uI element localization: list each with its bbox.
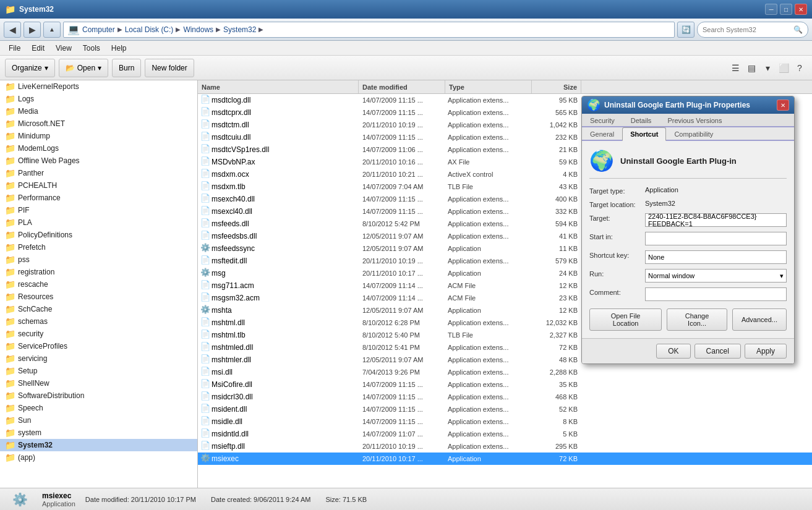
sidebar-item-shellnew[interactable]: 📁ShellNew bbox=[0, 377, 197, 389]
refresh-button[interactable]: 🔄 bbox=[677, 22, 694, 38]
tab-security[interactable]: Security bbox=[582, 114, 623, 127]
sidebar-item-performance[interactable]: 📁Performance bbox=[0, 192, 197, 204]
table-row[interactable]: 📄msi.dll7/04/2013 9:26 PMApplication ext… bbox=[198, 366, 812, 378]
folder-icon: 📁 bbox=[5, 181, 15, 190]
view-details-button[interactable]: ▤ bbox=[744, 61, 759, 75]
input-shortcut-key[interactable]: None bbox=[645, 250, 787, 264]
sidebar-item-pchealth[interactable]: 📁PCHEALTH bbox=[0, 179, 197, 192]
sidebar-item-pss[interactable]: 📁pss bbox=[0, 253, 197, 266]
sidebar-item-app[interactable]: 📁(app) bbox=[0, 451, 197, 464]
search-input[interactable] bbox=[703, 26, 791, 33]
address-path[interactable]: 💻 Computer ▶ Local Disk (C:) ▶ Windows ▶… bbox=[63, 22, 675, 38]
sidebar-item-schemas[interactable]: 📁schemas bbox=[0, 315, 197, 328]
menu-tools[interactable]: Tools bbox=[78, 42, 105, 54]
sidebar-item-security[interactable]: 📁security bbox=[0, 328, 197, 340]
menu-edit[interactable]: Edit bbox=[27, 42, 49, 54]
sidebar-item-prefetch[interactable]: 📁Prefetch bbox=[0, 241, 197, 253]
open-button[interactable]: 📂 Open ▾ bbox=[59, 59, 108, 77]
advanced-button[interactable]: Advanced... bbox=[732, 308, 787, 331]
tab-details[interactable]: Details bbox=[623, 114, 660, 127]
new-folder-button[interactable]: New folder bbox=[145, 59, 194, 77]
sidebar-item-softwaredistribution[interactable]: 📁SoftwareDistribution bbox=[0, 389, 197, 402]
sidebar-item-modemlogs[interactable]: 📁ModemLogs bbox=[0, 142, 197, 155]
sidebar-item-policydefinitions[interactable]: 📁PolicyDefinitions bbox=[0, 229, 197, 241]
sidebar-item-registration[interactable]: 📁registration bbox=[0, 266, 197, 278]
sidebar-item-resources[interactable]: 📁Resources bbox=[0, 291, 197, 303]
select-run[interactable]: Normal window ▾ bbox=[645, 269, 787, 283]
sidebar-item-microsoft-net[interactable]: 📁Microsoft.NET bbox=[0, 117, 197, 130]
sidebar-item-sun[interactable]: 📁Sun bbox=[0, 414, 197, 427]
sidebar-item-pla[interactable]: 📁PLA bbox=[0, 216, 197, 229]
sidebar-item-system32[interactable]: 📁System32 bbox=[0, 439, 197, 451]
sidebar-item-serviceprofiles[interactable]: 📁ServiceProfiles bbox=[0, 340, 197, 352]
table-row[interactable]: 📄msidle.dll14/07/2009 11:15 ...Applicati… bbox=[198, 415, 812, 428]
apply-button[interactable]: Apply bbox=[745, 344, 787, 359]
table-row[interactable]: 📄MsiCofire.dll14/07/2009 11:15 ...Applic… bbox=[198, 378, 812, 391]
view-list-button[interactable]: ☰ bbox=[728, 61, 743, 75]
sidebar-item-offline-web-pages[interactable]: 📁Offline Web Pages bbox=[0, 155, 197, 167]
file-type-icon: 📄 bbox=[200, 193, 212, 205]
view-chevron-icon[interactable]: ▾ bbox=[760, 61, 775, 75]
ok-button[interactable]: OK bbox=[656, 344, 690, 359]
sidebar-item-minidump[interactable]: 📁Minidump bbox=[0, 130, 197, 142]
input-start-in[interactable] bbox=[645, 232, 787, 245]
file-type-icon: 📄 bbox=[200, 144, 212, 155]
sidebar-item-speech[interactable]: 📁Speech bbox=[0, 402, 197, 414]
back-button[interactable]: ◀ bbox=[4, 22, 21, 38]
sidebar-label: Offline Web Pages bbox=[18, 156, 80, 165]
view-help-button[interactable]: ? bbox=[792, 61, 807, 75]
sidebar-item-servicing[interactable]: 📁servicing bbox=[0, 352, 197, 365]
maximize-button[interactable]: □ bbox=[780, 4, 792, 15]
sidebar-item-livekernelreports[interactable]: 📁LiveKernelReports bbox=[0, 80, 197, 93]
sidebar-item-system[interactable]: 📁system bbox=[0, 427, 197, 439]
menu-file[interactable]: File bbox=[4, 42, 25, 54]
dialog-close-button[interactable]: ✕ bbox=[777, 100, 789, 111]
sidebar-item-rescache[interactable]: 📁rescache bbox=[0, 278, 197, 291]
change-icon-button[interactable]: Change Icon... bbox=[667, 308, 727, 331]
menu-view[interactable]: View bbox=[51, 42, 77, 54]
table-row[interactable]: 📄msidntld.dll14/07/2009 11:07 ...Applica… bbox=[198, 428, 812, 440]
tab-compatibility[interactable]: Compatibility bbox=[666, 127, 721, 141]
path-system32[interactable]: System32 bbox=[223, 25, 256, 34]
col-header-size[interactable]: Size bbox=[532, 80, 581, 93]
path-sep-4: ▶ bbox=[259, 26, 263, 33]
sidebar-item-media[interactable]: 📁Media bbox=[0, 105, 197, 117]
path-windows[interactable]: Windows bbox=[183, 25, 213, 34]
sidebar-item-pif[interactable]: 📁PIF bbox=[0, 204, 197, 216]
sidebar-label: PIF bbox=[18, 206, 30, 215]
input-target[interactable]: 2240-11E2-BC84-B8AC6F98CCE3} FEEDBACK=1 bbox=[645, 213, 787, 227]
cancel-button[interactable]: Cancel bbox=[694, 344, 741, 359]
table-row[interactable]: ⚙️msiexec20/11/2010 10:17 ...Application… bbox=[198, 453, 812, 465]
organize-button[interactable]: Organize ▾ bbox=[5, 59, 55, 77]
search-box[interactable]: 🔍 bbox=[697, 22, 808, 38]
col-header-name[interactable]: Name bbox=[198, 80, 359, 93]
tab-shortcut[interactable]: Shortcut bbox=[622, 127, 666, 141]
path-computer[interactable]: Computer bbox=[82, 25, 115, 34]
forward-button[interactable]: ▶ bbox=[24, 22, 41, 38]
status-size: Size: 71.5 KB bbox=[325, 496, 367, 503]
input-comment[interactable] bbox=[645, 287, 787, 301]
file-size: 35 KB bbox=[532, 381, 581, 388]
up-button[interactable]: ▲ bbox=[43, 22, 61, 38]
sidebar-item-schcache[interactable]: 📁SchCache bbox=[0, 303, 197, 315]
field-start-in: Start in: bbox=[589, 232, 787, 245]
col-header-type[interactable]: Type bbox=[445, 80, 532, 93]
burn-button[interactable]: Burn bbox=[112, 59, 141, 77]
table-row[interactable]: 📄msieftp.dll20/11/2010 10:19 ...Applicat… bbox=[198, 440, 812, 453]
menu-help[interactable]: Help bbox=[106, 42, 132, 54]
sidebar-item-panther[interactable]: 📁Panther bbox=[0, 167, 197, 179]
minimize-button[interactable]: ─ bbox=[765, 4, 777, 15]
tab-general[interactable]: General bbox=[582, 127, 622, 141]
tab-previous-versions[interactable]: Previous Versions bbox=[659, 114, 730, 127]
table-row[interactable]: 📄msident.dll14/07/2009 11:15 ...Applicat… bbox=[198, 403, 812, 415]
file-name: msfeeds.dll bbox=[212, 219, 359, 228]
table-row[interactable]: 📄msidcrl30.dll14/07/2009 11:15 ...Applic… bbox=[198, 391, 812, 403]
close-button[interactable]: ✕ bbox=[795, 4, 807, 15]
path-localdisk[interactable]: Local Disk (C:) bbox=[125, 25, 174, 34]
file-size: 4 KB bbox=[532, 171, 581, 178]
sidebar-item-logs[interactable]: 📁Logs bbox=[0, 93, 197, 105]
view-pane-button[interactable]: ⬜ bbox=[776, 61, 791, 75]
sidebar-item-setup[interactable]: 📁Setup bbox=[0, 365, 197, 377]
open-file-location-button[interactable]: Open File Location bbox=[589, 308, 662, 331]
col-header-date[interactable]: Date modified bbox=[359, 80, 445, 93]
